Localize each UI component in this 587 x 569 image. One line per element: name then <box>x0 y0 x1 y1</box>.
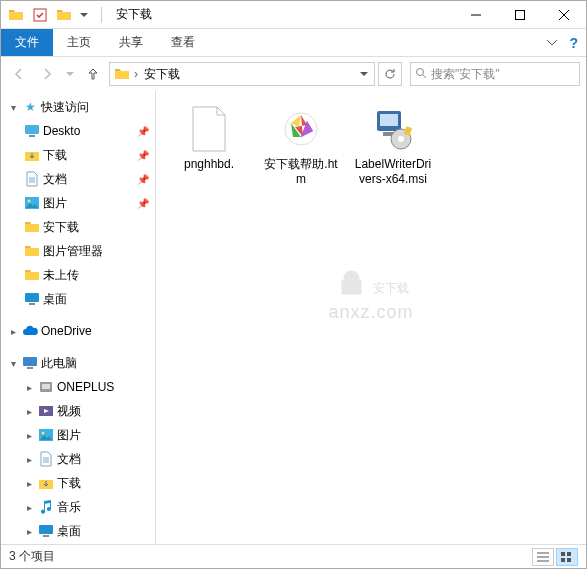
chevron-right-icon[interactable]: ▸ <box>23 526 35 537</box>
sidebar-this-pc[interactable]: ▾ 此电脑 <box>1 351 155 375</box>
sidebar-item[interactable]: ▸桌面 <box>1 519 155 543</box>
svg-rect-9 <box>23 357 37 366</box>
sidebar-item[interactable]: ▸图片 <box>1 423 155 447</box>
sidebar-item-label: 图片 <box>57 427 81 444</box>
sidebar-item-label: 音乐 <box>57 499 81 516</box>
chevron-down-icon[interactable]: ▾ <box>7 102 19 113</box>
navigation-bar: › 安下载 搜索"安下载" <box>1 57 586 91</box>
sidebar-onedrive[interactable]: ▸ OneDrive <box>1 319 155 343</box>
file-item[interactable]: 安下载帮助.htm <box>258 101 344 191</box>
chevron-right-icon[interactable]: › <box>132 67 140 81</box>
tab-file[interactable]: 文件 <box>1 29 53 56</box>
music-icon <box>37 499 55 515</box>
folder-icon <box>23 219 41 235</box>
maximize-button[interactable] <box>498 1 542 29</box>
device-icon <box>37 380 55 394</box>
sidebar-item-label: 桌面 <box>57 523 81 540</box>
sidebar-item-label: 图片管理器 <box>43 243 103 260</box>
chevron-right-icon[interactable]: ▸ <box>23 430 35 441</box>
svg-rect-3 <box>25 125 39 134</box>
chevron-right-icon[interactable]: ▸ <box>23 502 35 513</box>
svg-rect-10 <box>27 367 33 369</box>
address-dropdown-icon[interactable] <box>354 70 372 78</box>
pin-icon: 📌 <box>137 150 149 161</box>
sidebar-item[interactable]: 文档📌 <box>1 167 155 191</box>
documents-icon <box>23 171 41 187</box>
address-bar[interactable]: › 安下载 <box>109 62 375 86</box>
close-button[interactable] <box>542 1 586 29</box>
refresh-button[interactable] <box>378 62 402 86</box>
svg-rect-12 <box>42 384 50 389</box>
sidebar-item[interactable]: Deskto📌 <box>1 119 155 143</box>
minimize-button[interactable] <box>454 1 498 29</box>
sidebar-item-label: 桌面 <box>43 291 67 308</box>
svg-point-2 <box>417 68 424 75</box>
sidebar-item[interactable]: 桌面 <box>1 287 155 311</box>
sidebar-quick-access[interactable]: ▾ ★ 快速访问 <box>1 95 155 119</box>
icons-view-button[interactable] <box>556 548 578 566</box>
window-title: 安下载 <box>108 6 454 23</box>
svg-rect-1 <box>516 10 525 19</box>
sidebar-item-label: Deskto <box>43 124 80 138</box>
file-icon <box>277 105 325 153</box>
svg-rect-7 <box>25 293 39 302</box>
chevron-down-icon[interactable]: ▾ <box>7 358 19 369</box>
svg-rect-17 <box>43 535 49 537</box>
sidebar-item[interactable]: 未上传 <box>1 263 155 287</box>
sidebar-item-label: 文档 <box>57 451 81 468</box>
downloads-icon <box>37 475 55 491</box>
desktop-icon <box>23 124 41 138</box>
recent-locations-button[interactable] <box>63 62 77 86</box>
videos-icon <box>37 404 55 418</box>
sidebar-item-label: ONEPLUS <box>57 380 114 394</box>
details-view-button[interactable] <box>532 548 554 566</box>
documents-icon <box>37 451 55 467</box>
file-icon <box>185 105 233 153</box>
search-input[interactable]: 搜索"安下载" <box>410 62 580 86</box>
chevron-right-icon[interactable]: ▸ <box>23 382 35 393</box>
svg-rect-28 <box>567 558 571 562</box>
sidebar-item[interactable]: 图片管理器 <box>1 239 155 263</box>
qat-dropdown-icon[interactable] <box>77 4 91 26</box>
sidebar-item[interactable]: 下载📌 <box>1 143 155 167</box>
sidebar-item[interactable]: ▸视频 <box>1 399 155 423</box>
up-button[interactable] <box>81 62 105 86</box>
sidebar-item-label: 视频 <box>57 403 81 420</box>
sidebar-item-label: 下载 <box>57 475 81 492</box>
chevron-right-icon[interactable]: ▸ <box>7 326 19 337</box>
chevron-right-icon[interactable]: ▸ <box>23 478 35 489</box>
navigation-pane[interactable]: ▾ ★ 快速访问 Deskto📌下载📌文档📌图片📌安下载图片管理器未上传桌面 ▸… <box>1 91 156 544</box>
tab-home[interactable]: 主页 <box>53 29 105 56</box>
tab-view[interactable]: 查看 <box>157 29 209 56</box>
svg-rect-25 <box>561 552 565 556</box>
breadcrumb-segment[interactable]: 安下载 <box>140 66 184 83</box>
sidebar-item[interactable]: 安下载 <box>1 215 155 239</box>
sidebar-item[interactable]: ▸ONEPLUS <box>1 375 155 399</box>
folder-icon <box>112 66 132 82</box>
file-item[interactable]: LabelWriterDrivers-x64.msi <box>350 101 436 191</box>
forward-button[interactable] <box>35 62 59 86</box>
pictures-icon <box>37 428 55 442</box>
ribbon-expand-icon[interactable] <box>547 36 557 50</box>
qat-properties-icon[interactable] <box>29 4 51 26</box>
back-button[interactable] <box>7 62 31 86</box>
file-label: 安下载帮助.htm <box>262 157 340 187</box>
folder-icon <box>23 267 41 283</box>
file-item[interactable]: pnghhbd. <box>166 101 252 191</box>
chevron-right-icon[interactable]: ▸ <box>23 406 35 417</box>
help-icon[interactable]: ? <box>569 35 578 51</box>
watermark: 安下载 anxz.com <box>328 264 413 325</box>
pc-icon <box>21 356 39 370</box>
sidebar-item[interactable]: ▸音乐 <box>1 495 155 519</box>
ribbon-tabs: 文件 主页 共享 查看 ? <box>1 29 586 57</box>
sidebar-item[interactable]: 图片📌 <box>1 191 155 215</box>
svg-point-6 <box>28 200 31 203</box>
tab-share[interactable]: 共享 <box>105 29 157 56</box>
sidebar-item[interactable]: ▸下载 <box>1 471 155 495</box>
sidebar-item[interactable]: ▸文档 <box>1 447 155 471</box>
svg-rect-8 <box>29 303 35 305</box>
svg-rect-26 <box>567 552 571 556</box>
chevron-right-icon[interactable]: ▸ <box>23 454 35 465</box>
file-list[interactable]: 安下载 anxz.com pnghhbd.安下载帮助.htmLabelWrite… <box>156 91 586 544</box>
file-icon <box>369 105 417 153</box>
